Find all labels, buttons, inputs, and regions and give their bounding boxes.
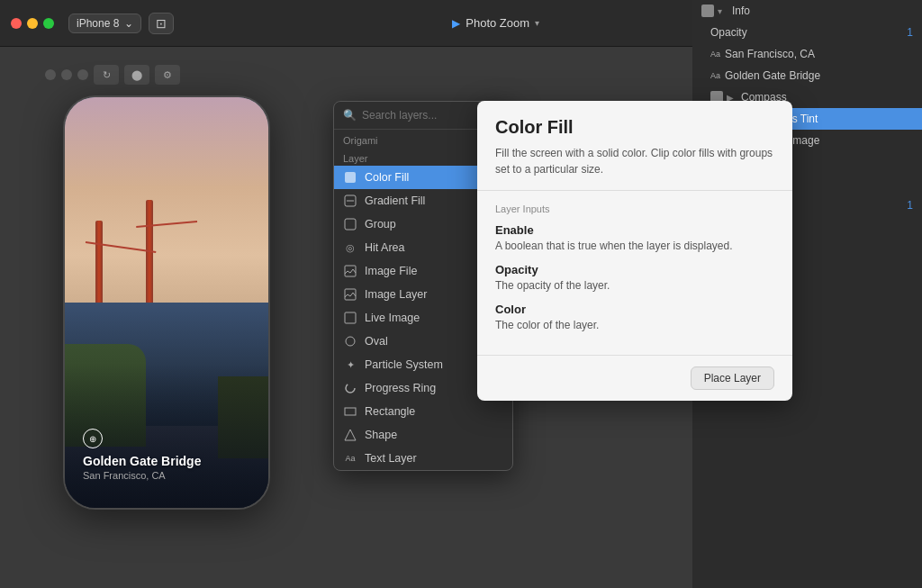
- close-button[interactable]: [11, 18, 22, 29]
- oval-icon: [343, 334, 357, 348]
- live-image-icon: [343, 311, 357, 325]
- layer-item-label: Particle System: [365, 358, 443, 371]
- svg-point-8: [346, 384, 355, 393]
- svg-rect-9: [345, 408, 356, 415]
- tree-value: 1: [907, 26, 913, 39]
- input-name-color: Color: [495, 303, 774, 316]
- layer-item-label: Progress Ring: [365, 382, 436, 394]
- tree-item-golden-gate[interactable]: Aa Golden Gate Bridge: [692, 65, 922, 86]
- tree-label: Info: [732, 5, 750, 17]
- gradient-fill-icon: [343, 194, 357, 208]
- detail-panel: Color Fill Fill the screen with a solid …: [477, 101, 792, 401]
- layer-item-label: Text Layer: [365, 452, 417, 465]
- progress-ring-icon: [343, 381, 357, 395]
- tree-label: Opacity: [710, 26, 747, 39]
- location-subtitle: San Francisco, CA: [83, 470, 250, 481]
- input-desc-opacity: The opacity of the layer.: [495, 277, 774, 294]
- traffic-lights: [11, 18, 54, 29]
- layer-item-rectangle[interactable]: Rectangle: [334, 400, 512, 423]
- tree-value: 1: [907, 199, 913, 212]
- compass-icon: ⊕: [83, 429, 103, 448]
- input-name-enable: Enable: [495, 223, 774, 237]
- detail-footer: Place Layer: [477, 355, 792, 401]
- image-file-icon: [343, 264, 357, 278]
- device-selector[interactable]: iPhone 8 ⌄: [68, 14, 141, 33]
- left-panel: ↻ ⬤ ⚙ ⊕ Golden Gate Brid: [0, 47, 333, 588]
- ctrl-dot-3: [77, 69, 88, 80]
- tree-label: San Francisco, CA: [725, 48, 815, 60]
- layer-item-text-layer[interactable]: Aa Text Layer: [334, 447, 512, 470]
- project-chevron-icon: ▾: [535, 18, 539, 28]
- layer-item-label: Rectangle: [365, 405, 415, 418]
- iphone-screen: ⊕ Golden Gate Bridge San Francisco, CA: [65, 97, 268, 508]
- text-layer-icon: Aa: [343, 451, 357, 466]
- input-row-opacity: Opacity The opacity of the layer.: [495, 263, 774, 294]
- layer-item-label: Gradient Fill: [365, 194, 425, 207]
- input-desc-enable: A boolean that is true when the layer is…: [495, 238, 774, 254]
- svg-marker-10: [345, 430, 356, 440]
- location-title: Golden Gate Bridge: [83, 454, 250, 468]
- refresh-button[interactable]: ↻: [94, 65, 119, 85]
- ctrl-dot-1: [45, 69, 56, 80]
- search-icon: 🔍: [343, 109, 357, 122]
- tree-item-opacity[interactable]: Opacity 1: [692, 22, 922, 43]
- detail-inputs: Layer Inputs Enable A boolean that is tr…: [477, 191, 792, 355]
- tree-item-info[interactable]: ▾ Info: [692, 0, 922, 22]
- play-icon: ▶: [452, 17, 460, 30]
- group-icon: [343, 217, 357, 231]
- color-fill-icon: [343, 170, 357, 185]
- tree-label: Golden Gate Bridge: [725, 69, 820, 82]
- svg-rect-0: [345, 172, 356, 183]
- layer-item-label: Image Layer: [365, 288, 427, 301]
- settings-button[interactable]: ⚙: [155, 65, 180, 85]
- project-name: Photo Zoom: [466, 16, 529, 30]
- svg-rect-6: [345, 312, 356, 323]
- svg-point-7: [346, 337, 355, 346]
- svg-rect-3: [345, 219, 356, 230]
- layer-item-label: Shape: [365, 429, 397, 441]
- place-layer-button[interactable]: Place Layer: [691, 366, 774, 390]
- particle-system-icon: ✦: [343, 357, 357, 372]
- phone-bottom-info: ⊕ Golden Gate Bridge San Francisco, CA: [83, 429, 250, 481]
- layer-item-label: Image File: [365, 265, 417, 277]
- mirror-button[interactable]: ⊡: [149, 13, 174, 34]
- text-icon: Aa: [710, 50, 721, 59]
- device-name: iPhone 8: [77, 17, 119, 30]
- record-button[interactable]: ⬤: [124, 65, 149, 85]
- detail-title: Color Fill: [495, 117, 774, 138]
- input-row-enable: Enable A boolean that is true when the l…: [495, 223, 774, 254]
- layer-item-label: Oval: [365, 335, 388, 348]
- layer-item-label: Group: [365, 218, 396, 231]
- tree-item-sf-ca[interactable]: Aa San Francisco, CA: [692, 43, 922, 65]
- text-icon: Aa: [710, 71, 721, 80]
- input-name-opacity: Opacity: [495, 263, 774, 276]
- shape-icon: [343, 428, 357, 442]
- layer-item-label: Live Image: [365, 312, 420, 324]
- layer-item-shape[interactable]: Shape: [334, 423, 512, 447]
- detail-header: Color Fill Fill the screen with a solid …: [477, 101, 792, 191]
- input-desc-color: The color of the layer.: [495, 317, 774, 333]
- input-row-color: Color The color of the layer.: [495, 303, 774, 333]
- detail-description: Fill the screen with a solid color. Clip…: [495, 145, 774, 177]
- hit-area-icon: ◎: [343, 240, 357, 255]
- iphone-frame: ⊕ Golden Gate Bridge San Francisco, CA: [63, 95, 270, 510]
- minimize-button[interactable]: [27, 18, 38, 29]
- maximize-button[interactable]: [43, 18, 54, 29]
- rectangle-icon: [343, 404, 357, 419]
- layer-thumb-icon: [701, 5, 714, 17]
- ctrl-dot-2: [61, 69, 72, 80]
- inputs-label: Layer Inputs: [495, 204, 774, 214]
- image-layer-icon: [343, 287, 357, 302]
- layer-item-label: Hit Area: [365, 241, 404, 254]
- device-chevron-icon: ⌄: [124, 17, 133, 30]
- layer-item-label: Color Fill: [365, 171, 409, 184]
- expand-icon: ▾: [718, 6, 728, 16]
- device-controls: ↻ ⬤ ⚙: [45, 65, 180, 85]
